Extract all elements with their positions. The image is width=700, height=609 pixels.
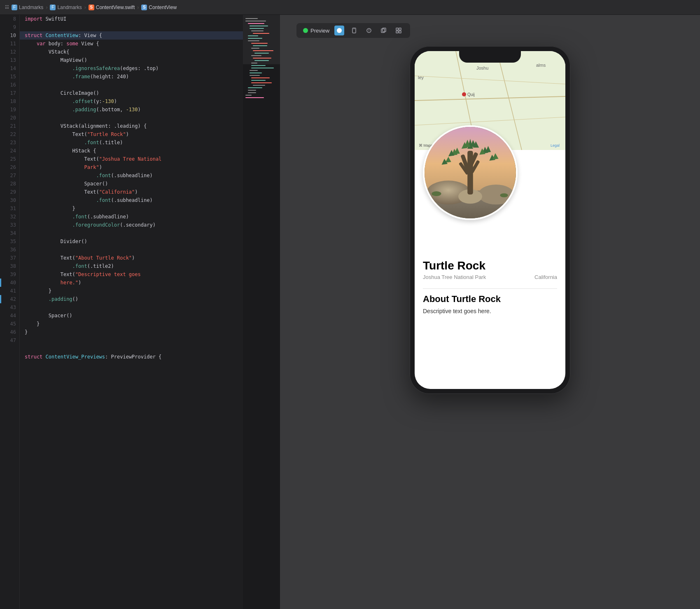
svg-rect-20: [251, 68, 274, 68]
navigate-related-button[interactable]: ☷: [5, 5, 9, 10]
code-line-45: [20, 336, 243, 344]
code-line-34: Divider(): [20, 237, 243, 246]
svg-text:Legal: Legal: [551, 143, 560, 148]
svg-rect-35: [353, 29, 355, 29]
divider: [423, 288, 557, 289]
code-line-10: struct ContentView: View {: [20, 31, 243, 40]
line-num-44: 44: [0, 312, 19, 320]
svg-rect-24: [251, 77, 270, 78]
code-line-38b: here."): [20, 279, 243, 287]
breadcrumb-label-0: Landmarks: [19, 5, 43, 10]
breadcrumb-item-2[interactable]: S ContentView.swift: [89, 5, 135, 10]
code-line-13: MapView(): [20, 56, 243, 64]
line-num-22: 22: [0, 130, 19, 138]
svg-rect-22: [250, 73, 262, 73]
line-num-35: 35: [0, 237, 19, 246]
code-container: 8 9 10 11 12 13 14 15 16 17 18 19 20 21 …: [0, 15, 280, 609]
line-num-46: 46: [0, 328, 19, 336]
code-line-47: struct ContentView_Previews: PreviewProv…: [20, 353, 243, 361]
line-num-23: 23: [0, 138, 19, 147]
preview-toolbar: Preview: [296, 23, 410, 38]
minimap: [243, 15, 280, 609]
breadcrumb-item-0[interactable]: F Landmarks: [12, 5, 43, 10]
svg-point-84: [500, 193, 508, 197]
preview-status-dot: [303, 28, 308, 33]
line-num-13: 13: [0, 56, 19, 64]
code-line-33: [20, 229, 243, 237]
breadcrumb-label-2: ContentView.swift: [96, 5, 135, 10]
line-num-30: 30: [0, 196, 19, 204]
line-num-21: 21: [0, 122, 19, 130]
svg-rect-42: [399, 28, 401, 30]
code-line-22: Text("Turtle Rock"): [20, 130, 243, 138]
circle-image: [423, 125, 518, 220]
line-num-38: 38: [0, 262, 19, 270]
code-line-12: VStack{: [20, 48, 243, 56]
preview-label: Preview: [303, 28, 329, 34]
location-title: Turtle Rock: [423, 259, 557, 272]
location-subtitle: Joshua Tree National Park California: [423, 274, 557, 280]
line-num-31: 31: [0, 204, 19, 213]
svg-rect-27: [253, 85, 265, 86]
code-line-20: [20, 114, 243, 122]
code-line-29: .font(.subheadline): [20, 196, 243, 204]
line-num-27: 27: [0, 171, 19, 180]
line-num-42: 42: [0, 295, 19, 303]
svg-point-61: [478, 185, 514, 204]
svg-text:Quij: Quij: [467, 92, 475, 97]
line-num-12: 12: [0, 48, 19, 56]
preview-inspect-button[interactable]: [364, 26, 374, 35]
breadcrumb-item-1[interactable]: F Landmarks: [50, 5, 82, 10]
content-area: Turtle Rock Joshua Tree National Park Ca…: [415, 251, 565, 324]
line-num-9: 9: [0, 23, 19, 31]
code-line-17: CircleImage(): [20, 89, 243, 97]
svg-text:ley: ley: [418, 75, 424, 80]
line-num-19: 19: [0, 105, 19, 114]
code-line-23: .font(.title): [20, 138, 243, 147]
line-num-20: 20: [0, 114, 19, 122]
code-line-31: .font(.subheadline): [20, 213, 243, 221]
line-num-24: 24: [0, 147, 19, 155]
line-num-34: 34: [0, 229, 19, 237]
preview-grid-button[interactable]: [394, 26, 404, 35]
code-line-43: }: [20, 320, 243, 328]
breadcrumb-bar: ☷ F Landmarks › F Landmarks › S ContentV…: [0, 0, 700, 15]
code-line-11: var body: some View {: [20, 40, 243, 48]
iphone-mockup: Joshu alms ley Quij ⌘ Maps Legal: [410, 46, 570, 394]
preview-device-button[interactable]: [349, 26, 359, 35]
iphone-screen: Joshu alms ley Quij ⌘ Maps Legal: [415, 51, 565, 389]
line-num-32: 32: [0, 213, 19, 221]
preview-label-text: Preview: [310, 28, 329, 34]
code-line-25b: Park"): [20, 163, 243, 171]
svg-rect-31: [245, 95, 252, 96]
code-line-35: [20, 246, 243, 254]
svg-rect-28: [248, 87, 262, 88]
line-num-14: 14: [0, 64, 19, 73]
svg-point-54: [462, 92, 466, 96]
line-num-26: 26: [0, 163, 19, 171]
circle-image-container: [423, 125, 518, 220]
line-num-29: 29: [0, 188, 19, 196]
code-line-30: }: [20, 204, 243, 213]
location-park: Joshua Tree National Park: [423, 274, 486, 280]
code-line-39: }: [20, 287, 243, 295]
line-num-47: 47: [0, 336, 19, 344]
code-line-40: .padding(): [20, 295, 243, 303]
line-num-15: 15: [0, 73, 19, 81]
preview-duplicate-button[interactable]: [379, 26, 389, 35]
code-editor[interactable]: import SwiftUI struct ContentView: View …: [20, 15, 243, 609]
svg-rect-30: [248, 92, 256, 93]
line-num-39: 39: [0, 270, 19, 279]
code-line-15: .frame(height: 240): [20, 73, 243, 81]
code-line-21: VStack(alignment: .leading) {: [20, 122, 243, 130]
svg-rect-43: [396, 31, 398, 33]
code-line-9: [20, 23, 243, 31]
line-num-45: 45: [0, 320, 19, 328]
code-line-46: [20, 344, 243, 353]
svg-rect-41: [396, 28, 398, 30]
breadcrumb-item-3[interactable]: S ContentView: [141, 5, 177, 10]
code-line-24: HStack {: [20, 147, 243, 155]
preview-record-button[interactable]: [334, 26, 344, 35]
line-num-41: 41: [0, 287, 19, 295]
svg-rect-26: [251, 82, 272, 83]
